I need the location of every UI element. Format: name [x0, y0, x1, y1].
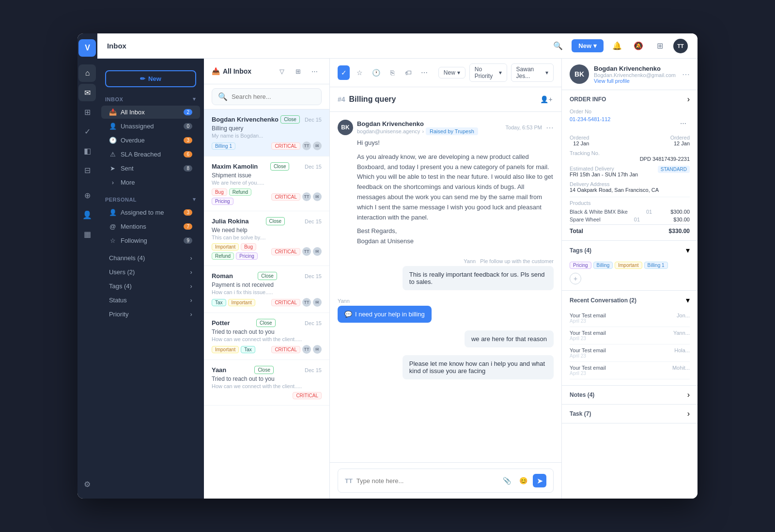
conversation-panel: 📥 All Inbox ▽ ⊞ ⋯ 🔍 [204, 59, 330, 499]
agent-note-1: Yann Ple follow up with the customer Thi… [338, 258, 554, 290]
mini-avatar: ✉ [313, 192, 322, 201]
sidebar-item-unassigned[interactable]: 👤 Unassigned 0 [101, 120, 200, 133]
sidebar-item-mentions[interactable]: @ Mentions 7 [101, 220, 200, 233]
clock-icon: 🕐 [109, 137, 117, 144]
more-icon: › [109, 179, 117, 186]
conv-item-1[interactable]: Bogdan Krivenchenko Close Dec 15 Billing… [204, 110, 329, 156]
new-top-button[interactable]: New ▾ [572, 39, 604, 52]
assign-icon[interactable]: 👤+ [539, 92, 554, 107]
nav-bank[interactable]: ⊟ [78, 161, 96, 179]
search-icon[interactable]: 🔍 [550, 38, 566, 54]
search-icon: 🔍 [218, 92, 228, 101]
recent-conv-header[interactable]: Recent Conversation (2) ▾ [562, 291, 698, 310]
channels-collapse[interactable]: Channels (4) › [101, 251, 200, 265]
sidebar-item-more[interactable]: › More [101, 176, 200, 189]
mention-icon: @ [109, 223, 117, 230]
recent-conv-2[interactable]: Your Test email April 23 Yann... [570, 327, 690, 344]
message-body: Hi guys! As you already know, we are dev… [338, 138, 554, 250]
personal-section-title: Personal ▾ [97, 193, 204, 205]
tags-header[interactable]: Tags (4) ▾ [562, 241, 698, 260]
priority-dropdown[interactable]: No Priority ▾ [469, 63, 507, 82]
more-toolbar-icon[interactable]: ⋯ [418, 65, 431, 80]
sidebar-item-overdue[interactable]: 🕐 Overdue 3 [101, 134, 200, 147]
copy-toolbar-icon[interactable]: ⎘ [386, 65, 398, 80]
tags-collapse[interactable]: Tags (4) › [101, 280, 200, 293]
sidebar-item-all-inbox[interactable]: 📥 All Inbox 2 [101, 106, 200, 119]
nav-home[interactable]: ⌂ [78, 64, 96, 82]
conv-item-4[interactable]: Roman Close Dec 15 Payment is not receiv… [204, 266, 329, 313]
check-icon[interactable]: ✓ [338, 65, 350, 80]
nav-layers[interactable]: ◧ [78, 142, 96, 159]
compose-tt-label: TT [345, 477, 353, 485]
sidebar-item-sent[interactable]: ➤ Sent 8 [101, 162, 200, 175]
order-info-section: ORDER INFO › Order No 01-234-5481-112 ⋯ [562, 90, 698, 241]
notes-header[interactable]: Notes (4) › [562, 386, 698, 404]
nav-users[interactable]: 👤 [78, 206, 96, 223]
sidebar-item-assigned[interactable]: 👤 Assigned to me 3 [101, 206, 200, 219]
sidebar-item-following[interactable]: ☆ Following 9 [101, 234, 200, 247]
emoji-icon[interactable]: 😊 [516, 474, 530, 487]
mini-avatar: TT [302, 192, 311, 201]
status-collapse[interactable]: Status › [101, 294, 200, 307]
tags-section: Tags (4) ▾ Pricing Billing Important Bil… [562, 241, 698, 291]
star-toolbar-icon[interactable]: ☆ [354, 65, 366, 80]
nav-chart[interactable]: ▦ [78, 225, 96, 243]
product-row-1: Black & White BMX Bike 01 $300.00 [570, 209, 690, 215]
status-dropdown[interactable]: New ▾ [438, 67, 465, 78]
users-collapse[interactable]: Users (2) › [101, 266, 200, 279]
conv-panel-title: 📥 All Inbox [212, 67, 251, 75]
search-container: 🔍 [212, 88, 322, 105]
nav-settings[interactable]: ⚙ [78, 475, 96, 493]
attach-icon[interactable]: 📎 [500, 474, 513, 487]
delivery-badge: STANDARD [658, 166, 690, 173]
view-profile-link[interactable]: View full profile [594, 78, 676, 84]
contact-more-icon[interactable]: ⋯ [682, 70, 690, 79]
user-bubble-1: Yann 💬 I need your help in billing [338, 298, 554, 323]
user-message: 💬 I need your help in billing [338, 306, 432, 323]
alerts-icon[interactable]: 🔕 [631, 38, 646, 54]
nav-reports[interactable]: ⊞ [78, 103, 96, 121]
conv-item-3[interactable]: Julia Rokina Close Dec 15 We need help T… [204, 211, 329, 266]
nav-wifi[interactable]: ⊕ [78, 187, 96, 204]
tag-toolbar-icon[interactable]: 🏷 [402, 65, 414, 80]
send-button[interactable]: ➤ [533, 474, 546, 487]
columns-icon[interactable]: ⊞ [292, 64, 305, 78]
nav-inbox[interactable]: ✉ [78, 84, 96, 101]
conv-item-6[interactable]: Yaan Close Dec 15 Tried to reach out to … [204, 360, 329, 406]
conv-item-5[interactable]: Potter Close Dec 15 Tried to reach out t… [204, 313, 329, 360]
new-button[interactable]: ✏ New [105, 70, 196, 87]
priority-collapse[interactable]: Priority › [101, 308, 200, 321]
nav-tasks[interactable]: ✓ [78, 123, 96, 140]
notifications-icon[interactable]: 🔔 [609, 38, 625, 54]
agent-bubble-2: we are here for that reason [465, 330, 554, 347]
compose-input[interactable] [356, 477, 496, 485]
agent-bubble-1: This is really important feedback for us… [403, 266, 554, 290]
order-more-icon[interactable]: ⋯ [676, 116, 690, 130]
clock-toolbar-icon[interactable]: 🕐 [370, 65, 382, 80]
message-more-icon[interactable]: ⋯ [546, 123, 554, 132]
grid-icon[interactable]: ⊞ [652, 38, 667, 54]
user-avatar[interactable]: TT [673, 39, 688, 53]
compose-actions: 📎 😊 ➤ [500, 474, 546, 487]
chat-compose: TT 📎 😊 ➤ [330, 462, 561, 499]
sidebar-item-sla[interactable]: ⚠ SLA Breached 6 [101, 148, 200, 161]
star-icon: ☆ [109, 237, 117, 244]
conv-item-2[interactable]: Maxim Kamolin Close Dec 15 Shipment issu… [204, 156, 329, 211]
total-row: Total $330.00 [570, 224, 690, 235]
recent-conv-4[interactable]: Your Test email April 23 Mohit... [570, 362, 690, 379]
assignee-dropdown[interactable]: Sawan Jes... ▾ [511, 63, 554, 82]
tasks-section: Task (7) › [562, 405, 698, 423]
filter-icon[interactable]: ▽ [275, 64, 289, 78]
search-input[interactable] [232, 93, 315, 100]
tasks-header[interactable]: Task (7) › [562, 405, 698, 423]
mini-avatar: TT [302, 345, 311, 354]
inbox-icon: 📥 [109, 109, 117, 116]
message-block-1: BK Bogdan Krivenchenko bogdan@unisense.a… [338, 120, 554, 250]
recent-conv-3[interactable]: Your Test email April 23 Hola... [570, 344, 690, 362]
chat-subject: #4 Billing query [338, 95, 396, 104]
order-info-header[interactable]: ORDER INFO › [562, 90, 698, 109]
add-tag-button[interactable]: + [570, 273, 581, 284]
agent-final: Please let me know how can i help you an… [338, 355, 554, 379]
recent-conv-1[interactable]: Your Test email April 23 Jon... [570, 310, 690, 327]
more-options-icon[interactable]: ⋯ [308, 64, 322, 78]
